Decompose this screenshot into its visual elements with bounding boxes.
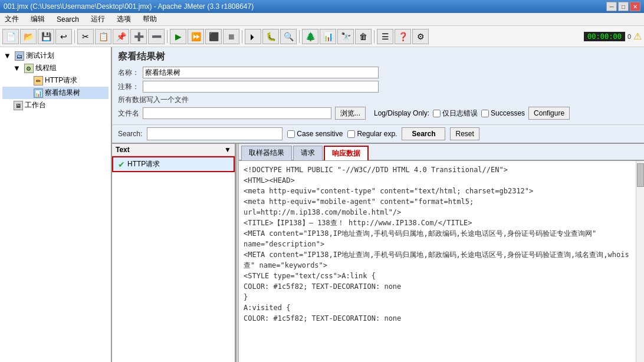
response-line-7: <META content="IP138,IP地址查询,手机号码归属地,邮政编码… xyxy=(244,249,631,271)
content-panel: 察看结果树 名称： 注释： 所有数据写入一个文件 文件名 浏览... Log/D… xyxy=(112,47,644,362)
list-dropdown-arrow[interactable]: ▼ xyxy=(224,146,231,154)
toolbar-tree[interactable]: 🌲 xyxy=(302,29,318,44)
list-item-httprequest[interactable]: ✔ HTTP请求 xyxy=(112,156,235,172)
toolbar-start-no-pause[interactable]: ⏩ xyxy=(188,29,204,44)
scrollbar-track[interactable] xyxy=(636,161,644,362)
error-count: 0 xyxy=(627,33,631,40)
errors-checkbox-label[interactable]: 仅日志错误 xyxy=(433,108,478,119)
tab-response-data[interactable]: 响应数据 xyxy=(324,146,369,160)
minimize-button[interactable]: ─ xyxy=(606,2,617,11)
time-display: 00:00:00 xyxy=(584,32,625,41)
window-title: 001.jmx (C:\Users\Username\Desktop\001.j… xyxy=(4,2,254,11)
toolbar-binoculars[interactable]: 🔭 xyxy=(337,29,354,44)
search-input[interactable] xyxy=(147,127,282,140)
menu-file[interactable]: 文件 xyxy=(2,14,21,25)
toolbar-settings[interactable]: ⚙ xyxy=(412,29,429,44)
scrollbar-thumb[interactable] xyxy=(637,163,644,187)
results-area: Text ▼ ✔ HTTP请求 取样器结果 请求 xyxy=(112,144,644,362)
regular-exp-label[interactable]: Regular exp. xyxy=(347,130,397,138)
httprequest-label: HTTP请求 xyxy=(45,75,77,85)
menu-help[interactable]: 帮助 xyxy=(140,14,159,25)
toolbar-paste[interactable]: 📌 xyxy=(113,29,129,44)
testplan-icon: ▼ xyxy=(4,51,11,60)
tab-sampler-result[interactable]: 取样器结果 xyxy=(241,146,292,160)
toolbar-aggregate[interactable]: 📊 xyxy=(320,29,336,44)
tree-panel: ▼ 🗂 测试计划 ▼ ⚙ 线程组 ✏ HTTP请求 📊 察看结果树 xyxy=(0,47,112,362)
toolbar-clear[interactable]: 🗑 xyxy=(355,29,372,44)
case-sensitive-checkbox[interactable] xyxy=(287,130,295,138)
response-line-8: <STYLE type="text/css">A:link { xyxy=(244,271,631,281)
panel-header: 察看结果树 名称： 注释： 所有数据写入一个文件 文件名 浏览... Log/D… xyxy=(112,47,644,125)
toolbar-start[interactable]: ▶ xyxy=(170,29,186,44)
errors-label: 仅日志错误 xyxy=(442,108,478,119)
toolbar-help[interactable]: ❓ xyxy=(395,29,411,44)
testplan-img: 🗂 xyxy=(15,51,24,61)
search-row: Search: Case sensitive Regular exp. Sear… xyxy=(112,125,644,144)
tree-node-workbench[interactable]: 🖥 工作台 xyxy=(2,99,109,111)
split-pane: Text ▼ ✔ HTTP请求 取样器结果 请求 xyxy=(112,144,644,362)
search-button[interactable]: Search xyxy=(402,127,445,140)
toolbar: 📄 📂 💾 ↩ ✂ 📋 📌 ➕ ➖ ▶ ⏩ ⬛ ⏹ ⏵ 🐛 🔍 🌲 📊 🔭 🗑 … xyxy=(0,26,644,47)
right-pane: 取样器结果 请求 响应数据 <!DOCTYPE HTML PUBLIC "-//… xyxy=(239,144,644,362)
toolbar-add[interactable]: ➕ xyxy=(130,29,147,44)
toolbar-new[interactable]: 📄 xyxy=(2,29,19,44)
name-label: 名称： xyxy=(118,68,139,78)
tree-node-threadgroup[interactable]: ▼ ⚙ 线程组 xyxy=(2,62,109,74)
response-line-1: <!DOCTYPE HTML PUBLIC "-//W3C//DTD HTML … xyxy=(244,164,631,175)
toolbar-list[interactable]: ☰ xyxy=(377,29,393,44)
menu-run[interactable]: 运行 xyxy=(88,14,107,25)
comment-input[interactable] xyxy=(143,81,379,93)
search-label: Search: xyxy=(118,130,142,138)
toolbar-open[interactable]: 📂 xyxy=(20,29,37,44)
file-row: 文件名 浏览... Log/Display Only: 仅日志错误 Succes… xyxy=(118,107,638,120)
toolbar-revert[interactable]: ↩ xyxy=(55,29,72,44)
toolbar-remote-start[interactable]: ⏵ xyxy=(245,29,261,44)
close-button[interactable]: ✕ xyxy=(630,2,640,11)
menu-edit[interactable]: 编辑 xyxy=(28,14,47,25)
configure-button[interactable]: Configure xyxy=(528,107,570,120)
separator-3 xyxy=(242,30,242,43)
successes-checkbox-label[interactable]: Successes xyxy=(481,109,525,117)
toolbar-stop[interactable]: ⬛ xyxy=(205,29,222,44)
response-line-10: } xyxy=(244,292,631,302)
maximize-button[interactable]: □ xyxy=(618,2,629,11)
filename-input[interactable] xyxy=(143,107,331,119)
case-sensitive-label[interactable]: Case sensitive xyxy=(287,130,343,138)
log-display-label: Log/Display Only: xyxy=(374,109,429,117)
tree-node-httprequest[interactable]: ✏ HTTP请求 xyxy=(2,74,109,87)
threadgroup-label: 线程组 xyxy=(35,63,57,73)
list-header: Text ▼ xyxy=(112,144,235,156)
main-area: ▼ 🗂 测试计划 ▼ ⚙ 线程组 ✏ HTTP请求 📊 察看结果树 xyxy=(0,47,644,362)
successes-checkbox[interactable] xyxy=(481,110,489,117)
tree-node-resulttree[interactable]: 📊 察看结果树 xyxy=(2,87,109,99)
separator-1 xyxy=(74,30,75,43)
menu-options[interactable]: 选项 xyxy=(114,14,133,25)
list-header-text: Text xyxy=(116,146,130,154)
separator-4 xyxy=(299,30,300,43)
content-scroll-wrap: <!DOCTYPE HTML PUBLIC "-//W3C//DTD HTML … xyxy=(239,161,644,362)
toolbar-copy[interactable]: 📋 xyxy=(95,29,111,44)
tabs-bar: 取样器结果 请求 响应数据 xyxy=(239,144,644,161)
tab-request[interactable]: 请求 xyxy=(293,146,323,160)
toolbar-cut[interactable]: ✂ xyxy=(77,29,94,44)
testplan-label: 测试计划 xyxy=(26,51,54,61)
name-input[interactable] xyxy=(143,67,379,78)
response-line-5: <TITLE>【IP138】— 138查！ http://www.IP138.C… xyxy=(244,218,631,228)
regular-exp-checkbox[interactable] xyxy=(347,130,355,138)
title-bar: 001.jmx (C:\Users\Username\Desktop\001.j… xyxy=(0,0,644,13)
toolbar-save[interactable]: 💾 xyxy=(38,29,54,44)
tree-node-testplan[interactable]: ▼ 🗂 测试计划 xyxy=(2,50,109,62)
successes-label: Successes xyxy=(491,109,525,117)
reset-button[interactable]: Reset xyxy=(450,127,479,140)
toolbar-debug[interactable]: 🐛 xyxy=(262,29,279,44)
menu-search[interactable]: Search xyxy=(54,15,81,24)
toolbar-shutdown[interactable]: ⏹ xyxy=(223,29,239,44)
errors-checkbox[interactable] xyxy=(433,110,441,117)
toolbar-debug2[interactable]: 🔍 xyxy=(280,29,297,44)
httprequest-img: ✏ xyxy=(34,76,43,85)
toolbar-remove[interactable]: ➖ xyxy=(148,29,165,44)
tree-panel-inner: ▼ 🗂 测试计划 ▼ ⚙ 线程组 ✏ HTTP请求 📊 察看结果树 xyxy=(0,47,111,114)
browse-button[interactable]: 浏览... xyxy=(335,107,366,120)
status-success-icon: ✔ xyxy=(118,160,125,169)
list-item-label: HTTP请求 xyxy=(127,159,160,169)
